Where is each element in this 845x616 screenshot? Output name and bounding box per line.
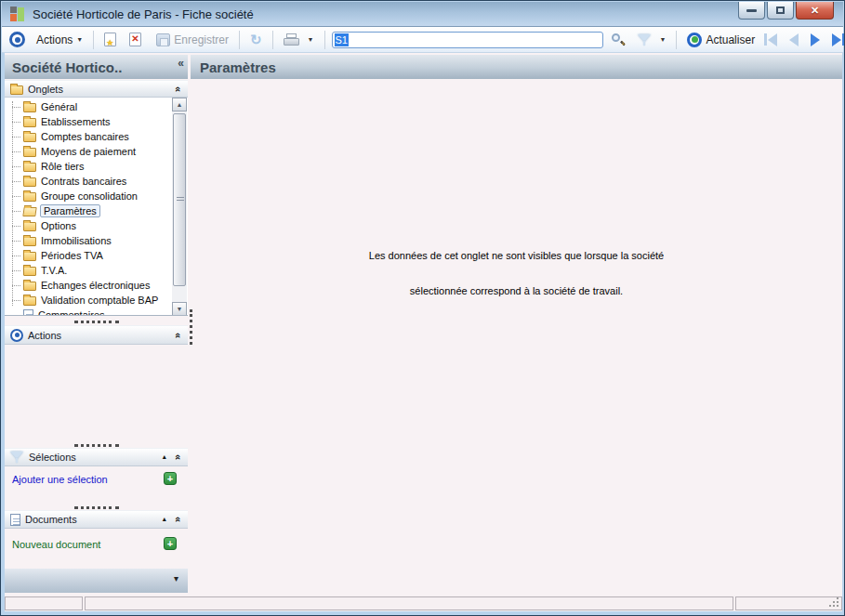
record-navigation <box>759 32 845 48</box>
tree-item-options[interactable]: Options <box>5 218 170 233</box>
scroll-down-button[interactable]: ▼ <box>172 302 187 316</box>
collapse-up-icon[interactable]: « <box>173 85 184 91</box>
documents-section-label: Documents <box>25 514 77 525</box>
add-selection-button[interactable]: + <box>164 472 177 485</box>
status-cell-middle <box>85 596 733 610</box>
tree-item-moyens-de-paiement[interactable]: Moyens de paiement <box>5 144 170 159</box>
new-document-link[interactable]: Nouveau document <box>12 539 100 550</box>
page-title: Paramètres <box>200 59 276 75</box>
refresh-button[interactable]: ↻ <box>246 31 266 48</box>
restore-button[interactable] <box>767 2 794 20</box>
actualiser-label: Actualiser <box>706 33 755 46</box>
actions-section-header[interactable]: Actions « <box>5 325 188 345</box>
nav-previous-button[interactable] <box>786 32 802 48</box>
tree-item-comptes-bancaires[interactable]: Comptes bancaires <box>5 129 170 144</box>
minimize-button[interactable] <box>738 2 765 20</box>
print-dropdown-icon: ▼ <box>308 36 314 43</box>
status-cell-right <box>735 596 842 610</box>
selections-content: Ajouter une sélection + <box>5 470 188 489</box>
close-icon: ✕ <box>811 5 819 17</box>
info-message-line1: Les données de cet onglet ne sont visibl… <box>191 250 842 261</box>
toolbar-separator <box>272 31 273 49</box>
search-input[interactable]: S1 <box>332 32 603 48</box>
titlebar: Société Horticole de Paris - Fiche socié… <box>2 2 843 27</box>
filter-icon <box>637 33 652 46</box>
tree-item-periodes-tva[interactable]: Périodes TVA <box>5 248 170 263</box>
onglets-section-header[interactable]: Onglets « <box>5 80 188 98</box>
onglets-tree: Général Etablissements Comptes bancaires… <box>5 98 188 316</box>
actions-target-icon <box>10 329 23 342</box>
toolbar-separator <box>93 31 94 49</box>
open-folder-icon <box>22 207 36 216</box>
folder-icon <box>23 252 36 261</box>
nav-last-button[interactable] <box>828 32 845 48</box>
tree-item-contrats-bancaires[interactable]: Contrats bancaires <box>5 174 170 189</box>
selections-section-header[interactable]: Sélections ▴ « <box>5 448 188 466</box>
nav-last-icon <box>832 33 841 46</box>
tree-item-parametres-selected[interactable]: Paramètres <box>5 203 170 218</box>
actions-menu-button[interactable]: Actions ▼ <box>33 32 86 48</box>
chevron-down-icon: ▼ <box>76 36 83 43</box>
tree-item-general[interactable]: Général <box>5 99 170 114</box>
splitter-handle-3[interactable] <box>74 506 119 509</box>
collapse-up-icon[interactable]: « <box>173 517 184 522</box>
collapse-up-icon[interactable]: « <box>173 332 184 337</box>
resize-grip-icon[interactable] <box>830 598 838 607</box>
tree-item-echanges-electroniques[interactable]: Echanges électroniques <box>5 278 170 293</box>
search-button[interactable] <box>607 31 629 49</box>
tree-item-tva[interactable]: T.V.A. <box>5 263 170 278</box>
tree-item-groupe-consolidation[interactable]: Groupe consolidation <box>5 189 170 203</box>
folder-icon <box>23 163 36 172</box>
tree-item-etablissements[interactable]: Etablissements <box>5 114 170 129</box>
chevron-up-icon[interactable]: ▴ <box>163 516 166 523</box>
nav-first-button[interactable] <box>760 32 781 48</box>
splitter-handle-1[interactable] <box>74 321 119 323</box>
onglets-section-label: Onglets <box>28 84 63 95</box>
close-button[interactable]: ✕ <box>796 2 834 20</box>
app-logo-icon <box>10 7 25 21</box>
tree-item-immobilisations[interactable]: Immobilisations <box>5 233 170 248</box>
sidebar: Société Hortico.. « Onglets « Général Et… <box>5 53 188 596</box>
save-icon <box>156 33 170 46</box>
actualiser-button[interactable]: Actualiser <box>683 31 759 49</box>
tree-item-role-tiers[interactable]: Rôle tiers <box>5 159 170 174</box>
scrollbar-thumb[interactable] <box>173 113 186 286</box>
search-value: S1 <box>335 33 349 46</box>
nav-next-button[interactable] <box>807 32 824 48</box>
filter-button[interactable]: ▼ <box>633 32 670 48</box>
new-record-icon: ★ <box>104 33 116 46</box>
toolbar-separator <box>324 31 325 49</box>
save-button[interactable]: Enregistrer <box>152 32 232 48</box>
chevron-up-icon[interactable]: ▴ <box>163 453 166 461</box>
folder-icon <box>23 133 36 142</box>
info-message-line2: sélectionnée correspond à la société de … <box>191 285 842 296</box>
folder-icon <box>23 222 36 231</box>
documents-section-header[interactable]: Documents ▴ « <box>5 510 188 529</box>
onglets-tree-rows: Général Etablissements Comptes bancaires… <box>5 99 170 316</box>
minimize-icon <box>746 9 757 12</box>
status-cell-left <box>5 596 83 610</box>
sidebar-title: Société Hortico.. <box>12 59 122 75</box>
document-icon <box>10 514 20 526</box>
tree-item-validation-comptable-bap[interactable]: Validation comptable BAP <box>5 293 170 308</box>
splitter-handle-2[interactable] <box>74 444 119 447</box>
actions-target-icon <box>9 32 25 47</box>
delete-record-button[interactable]: ✕ <box>125 31 145 48</box>
print-button[interactable]: ▼ <box>280 32 318 47</box>
add-selection-link[interactable]: Ajouter une sélection <box>12 474 108 485</box>
tree-item-commentaires[interactable]: Commentaires <box>5 308 170 316</box>
collapse-up-icon[interactable]: « <box>173 454 184 460</box>
chevron-down-icon[interactable]: ▾ <box>174 573 178 583</box>
new-document-button[interactable]: + <box>164 537 177 550</box>
nav-first-icon <box>764 33 767 46</box>
nav-next-icon <box>811 33 820 46</box>
folder-icon <box>23 103 36 112</box>
sidebar-collapse-icon[interactable]: « <box>178 57 184 70</box>
new-record-button[interactable]: ★ <box>100 31 120 48</box>
app-window: Société Horticole de Paris - Fiche socié… <box>0 0 845 616</box>
toolbar: Actions ▼ ★ ✕ Enregistrer ↻ ▼ S1 <box>2 27 843 53</box>
scroll-up-button[interactable]: ▲ <box>172 98 187 111</box>
folder-icon <box>10 85 23 95</box>
scroll-up-icon: ▲ <box>177 101 183 108</box>
main-panel: Paramètres Les données de cet onglet ne … <box>191 53 842 596</box>
